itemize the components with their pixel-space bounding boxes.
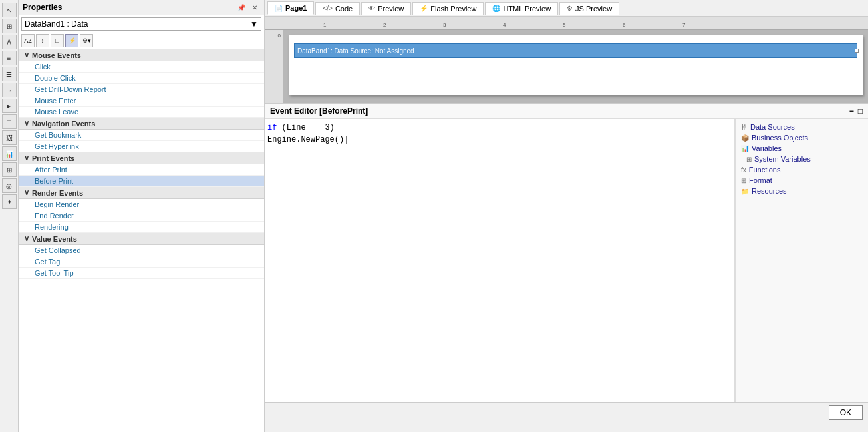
props-gear[interactable]: ⚙▾ — [80, 34, 93, 47]
event-get-collapsed[interactable]: Get Collapsed — [19, 245, 264, 256]
event-after-print[interactable]: After Print — [19, 164, 264, 176]
res-data-sources[interactable]: 🗄 Data Sources — [738, 122, 865, 132]
event-begin-render[interactable]: Begin Render — [19, 199, 264, 210]
tool-chart[interactable]: 📊 — [2, 146, 17, 161]
js-icon: ⚙ — [567, 5, 573, 12]
page-sheet: DataBand1: Data Source: Not Assigned — [289, 35, 863, 95]
res-variables[interactable]: 📊 Variables — [738, 143, 865, 154]
close-panel-button[interactable]: ✕ — [249, 2, 260, 13]
category-print-events[interactable]: ∨ Print Events — [19, 152, 264, 164]
arrow-icon: ∨ — [24, 154, 29, 162]
event-drill-down[interactable]: Get Drill-Down Report — [19, 84, 264, 95]
code-engine: Engine.NewPage() — [267, 135, 344, 144]
event-hyperlink[interactable]: Get Hyperlink — [19, 141, 264, 152]
event-before-print[interactable]: Before Print — [19, 176, 264, 187]
res-system-variables[interactable]: ⊞ System Variables — [738, 154, 865, 164]
props-view-square[interactable]: □ — [51, 34, 64, 47]
event-rendering[interactable]: Rendering — [19, 222, 264, 233]
ok-button[interactable]: OK — [829, 405, 863, 420]
preview-icon: 👁 — [368, 5, 375, 12]
tab-html-preview[interactable]: 🌐 HTML Preview — [485, 2, 558, 15]
res-label: System Variables — [754, 155, 811, 163]
event-editor-body: if (Line == 3) Engine.NewPage() 🗄 Data S… — [265, 119, 868, 402]
properties-toolbar: AZ ↕ □ ⚡ ⚙▾ — [19, 33, 264, 49]
tab-html-label: HTML Preview — [503, 5, 551, 13]
event-bookmark[interactable]: Get Bookmark — [19, 130, 264, 141]
tool-gauge[interactable]: ◎ — [2, 178, 17, 193]
event-double-click[interactable]: Double Click — [19, 73, 264, 84]
page-icon: 📄 — [275, 5, 283, 12]
tool-list[interactable]: ☰ — [2, 67, 17, 81]
code-editor[interactable]: if (Line == 3) Engine.NewPage() — [265, 119, 735, 402]
text-cursor — [344, 135, 349, 144]
props-lightning[interactable]: ⚡ — [65, 34, 78, 47]
properties-header: Properties 📌 ✕ — [19, 0, 264, 15]
tool-expand[interactable]: ► — [2, 99, 17, 113]
tab-js-preview[interactable]: ⚙ JS Preview — [559, 2, 619, 15]
resource-tree: 🗄 Data Sources 📦 Business Objects 📊 Vari… — [735, 119, 868, 402]
event-mouse-leave[interactable]: Mouse Leave — [19, 107, 264, 118]
event-editor-title-bar: Event Editor [BeforePrint] − □ — [265, 104, 868, 119]
event-get-tooltip[interactable]: Get Tool Tip — [19, 268, 264, 279]
tool-select[interactable]: ↖ — [2, 3, 17, 17]
res-resources[interactable]: 📁 Resources — [738, 186, 865, 196]
event-mouse-enter[interactable]: Mouse Enter — [19, 95, 264, 107]
tool-shape[interactable]: □ — [2, 114, 17, 129]
tool-text[interactable]: A — [2, 35, 17, 49]
page-canvas: DataBand1: Data Source: Not Assigned — [283, 30, 868, 103]
event-editor: Event Editor [BeforePrint] − □ if (Line … — [265, 103, 868, 423]
event-editor-controls: − □ — [849, 107, 863, 116]
tab-flash-preview[interactable]: ⚡ Flash Preview — [412, 2, 484, 15]
tool-arrow[interactable]: → — [2, 83, 17, 97]
tab-code[interactable]: </> Code — [315, 2, 360, 15]
databand[interactable]: DataBand1: Data Source: Not Assigned — [294, 43, 857, 58]
arrow-icon: ∨ — [24, 234, 29, 243]
res-label: Resources — [752, 187, 787, 195]
databand-selector[interactable]: DataBand1 : Data ▼ — [21, 17, 261, 31]
ruler-vertical: 0 — [265, 30, 283, 103]
props-sort-az[interactable]: AZ — [21, 34, 35, 47]
category-mouse-events[interactable]: ∨ Mouse Events — [19, 49, 264, 61]
tab-preview-label: Preview — [378, 5, 404, 13]
tool-band[interactable]: ≡ — [2, 51, 17, 65]
category-render-events[interactable]: ∨ Render Events — [19, 187, 264, 199]
category-navigation-events[interactable]: ∨ Navigation Events — [19, 118, 264, 130]
tool-table[interactable]: ⊞ — [2, 162, 17, 177]
format-icon: ⊞ — [741, 177, 746, 184]
event-get-tag[interactable]: Get Tag — [19, 256, 264, 268]
tab-preview[interactable]: 👁 Preview — [361, 2, 411, 15]
properties-tree: ∨ Mouse Events Click Double Click Get Dr… — [19, 49, 264, 432]
event-editor-title-text: Event Editor [BeforePrint] — [270, 107, 368, 116]
variables-icon: 📊 — [741, 145, 749, 152]
code-line-2: Engine.NewPage() — [267, 134, 732, 146]
header-controls: 📌 ✕ — [236, 2, 260, 13]
category-label: Navigation Events — [32, 120, 95, 128]
event-editor-maximize[interactable]: □ — [858, 107, 863, 116]
props-sort-cat[interactable]: ↕ — [36, 34, 49, 47]
category-label: Value Events — [32, 235, 77, 243]
properties-title: Properties — [23, 3, 62, 12]
left-toolstrip: ↖ ⊞ A ≡ ☰ → ► □ 🖼 📊 ⊞ ◎ ✦ — [0, 0, 19, 432]
keyword-if: if — [267, 123, 277, 132]
pin-button[interactable]: 📌 — [236, 2, 247, 13]
databand-resize-handle[interactable] — [855, 49, 859, 53]
tab-js-label: JS Preview — [575, 5, 612, 13]
category-label: Render Events — [32, 189, 83, 197]
tool-insert[interactable]: ⊞ — [2, 19, 17, 33]
res-functions[interactable]: fx Functions — [738, 164, 865, 175]
tab-page1-label: Page1 — [285, 4, 307, 12]
ruler-horizontal: 1 2 3 4 5 6 7 — [283, 17, 868, 30]
arrow-icon: ∨ — [24, 188, 29, 197]
category-value-events[interactable]: ∨ Value Events — [19, 233, 264, 245]
tab-page1[interactable]: 📄 Page1 — [267, 1, 314, 15]
properties-panel: Properties 📌 ✕ DataBand1 : Data ▼ AZ ↕ □… — [19, 0, 265, 432]
tool-misc[interactable]: ✦ — [2, 194, 17, 209]
event-click[interactable]: Click — [19, 61, 264, 73]
res-business-objects[interactable]: 📦 Business Objects — [738, 132, 865, 143]
event-editor-minimize[interactable]: − — [849, 107, 854, 116]
tool-image[interactable]: 🖼 — [2, 130, 17, 145]
res-format[interactable]: ⊞ Format — [738, 175, 865, 186]
category-label: Mouse Events — [32, 51, 81, 59]
arrow-icon: ∨ — [24, 51, 29, 59]
event-end-render[interactable]: End Render — [19, 210, 264, 222]
